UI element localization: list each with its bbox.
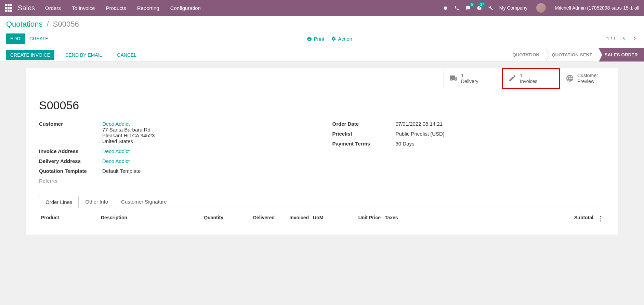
stat-button-invoices[interactable]: 1 Invoices [502, 68, 560, 89]
col-unit-price: Unit Price [345, 215, 383, 222]
truck-icon [449, 74, 458, 83]
avatar[interactable] [536, 3, 546, 13]
stat-button-preview[interactable]: Customer Preview [560, 68, 618, 89]
bug-icon[interactable] [443, 5, 448, 11]
tools-icon[interactable] [488, 5, 493, 11]
control-bar: EDIT CREATE Print Action 1 / 1 [0, 31, 644, 48]
order-lines-table: Product Description Quantity Delivered I… [39, 212, 605, 225]
customer-addr3: United States [102, 138, 312, 144]
col-product: Product [39, 215, 99, 222]
create-invoice-button[interactable]: CREATE INVOICE [6, 50, 54, 60]
pricelist-value: Public Pricelist (USD) [396, 131, 605, 137]
status-quotation[interactable]: QUOTATION [506, 48, 546, 61]
tabs: Order Lines Other Info Customer Signatur… [39, 195, 605, 208]
label-quotation-template: Quotation Template [39, 168, 102, 174]
payment-terms-value: 30 Days [396, 141, 605, 147]
tab-customer-signature[interactable]: Customer Signature [115, 195, 173, 208]
label-customer: Customer [39, 121, 102, 144]
chevron-right-icon [632, 35, 638, 41]
pager-value[interactable]: 1 / 1 [607, 36, 616, 41]
menu-reporting[interactable]: Reporting [137, 5, 159, 11]
col-invoiced: Invoiced [277, 215, 311, 222]
app-brand[interactable]: Sales [18, 4, 35, 12]
menu-products[interactable]: Products [106, 5, 126, 11]
pager-prev[interactable] [621, 35, 627, 42]
status-bar: QUOTATION QUOTATION SENT SALES ORDER [141, 48, 644, 61]
invoice-address-link[interactable]: Deco Addict [102, 148, 130, 154]
invoices-label: Invoices [520, 79, 537, 84]
top-navbar: Sales Orders To Invoice Products Reporti… [0, 0, 644, 16]
pencil-square-icon [508, 74, 516, 83]
status-quotation-sent[interactable]: QUOTATION SENT [546, 48, 599, 61]
customer-addr2: Pleasant Hill CA 94523 [102, 133, 312, 138]
breadcrumb-sep: / [47, 20, 49, 28]
action-bar: CREATE INVOICE SEND BY EMAIL CANCEL QUOT… [0, 48, 644, 62]
company-switcher[interactable]: My Company [499, 5, 527, 11]
delivery-label: Delivery [461, 79, 478, 84]
gear-icon [331, 36, 336, 41]
user-menu[interactable]: Mitchell Admin (17052098-saas-15-1-all [555, 5, 639, 11]
stat-buttons: 1 Delivery 1 Invoices Customer [26, 68, 618, 89]
order-date-value: 07/01/2022 08:14:21 [396, 121, 605, 127]
label-order-date: Order Date [332, 121, 396, 127]
col-description: Description [99, 215, 188, 222]
create-button[interactable]: CREATE [25, 33, 53, 44]
record-title: S00056 [39, 99, 605, 112]
systray: 5 37 My Company Mitchell Admin (17052098… [443, 3, 639, 13]
delivery-count: 1 [461, 73, 478, 79]
preview-line2: Preview [577, 79, 598, 84]
col-delivered: Delivered [225, 215, 277, 222]
menu-orders[interactable]: Orders [45, 5, 61, 11]
stat-button-delivery[interactable]: 1 Delivery [444, 68, 502, 89]
print-label: Print [314, 36, 324, 42]
col-quantity: Quantity [188, 215, 225, 222]
quotation-template-value: Default Template [102, 168, 312, 174]
menu-configuration[interactable]: Configuration [170, 5, 201, 11]
col-subtotal: Subtotal [441, 215, 595, 222]
breadcrumb-current: S00056 [53, 20, 79, 28]
cancel-button[interactable]: CANCEL [113, 50, 141, 60]
label-invoice-address: Invoice Address [39, 148, 102, 154]
breadcrumb: Quotations / S00056 [6, 20, 79, 29]
table-header: Product Description Quantity Delivered I… [39, 212, 605, 225]
globe-icon [566, 74, 574, 83]
chevron-left-icon [621, 35, 627, 41]
delivery-address-link[interactable]: Deco Addict [102, 158, 130, 164]
customer-addr1: 77 Santa Barbara Rd [102, 127, 312, 133]
label-payment-terms: Payment Terms [332, 141, 396, 147]
chat-icon[interactable]: 5 [465, 5, 471, 11]
edit-button[interactable]: EDIT [6, 33, 25, 44]
print-button[interactable]: Print [307, 36, 324, 42]
pager-next[interactable] [632, 35, 638, 42]
pager: 1 / 1 [607, 35, 638, 42]
referrer-value [102, 178, 312, 184]
action-button[interactable]: Action [331, 36, 352, 42]
preview-line1: Customer [577, 73, 598, 79]
apps-icon[interactable] [5, 4, 12, 12]
phone-icon[interactable] [454, 5, 459, 11]
status-sales-order[interactable]: SALES ORDER [599, 48, 644, 61]
clock-badge: 37 [478, 2, 486, 7]
action-label: Action [338, 36, 352, 42]
send-email-button[interactable]: SEND BY EMAIL [61, 50, 106, 60]
clock-icon[interactable]: 37 [477, 5, 482, 11]
chat-badge: 5 [469, 2, 475, 7]
tab-order-lines[interactable]: Order Lines [39, 196, 79, 208]
print-icon [307, 36, 312, 41]
label-delivery-address: Delivery Address [39, 158, 102, 164]
label-pricelist: Pricelist [332, 131, 396, 137]
label-referrer: Referrer [39, 178, 102, 184]
customer-link[interactable]: Deco Addict [102, 121, 130, 127]
main-menu: Orders To Invoice Products Reporting Con… [45, 5, 201, 11]
col-uom: UoM [311, 215, 345, 222]
breadcrumb-parent[interactable]: Quotations [6, 20, 42, 28]
tab-other-info[interactable]: Other Info [79, 195, 115, 208]
form-sheet: 1 Delivery 1 Invoices Customer [26, 68, 618, 235]
breadcrumb-row: Quotations / S00056 [0, 16, 644, 31]
menu-to-invoice[interactable]: To Invoice [72, 5, 95, 11]
invoices-count: 1 [520, 73, 537, 79]
column-options-icon[interactable]: ⋮ [597, 215, 604, 222]
col-taxes: Taxes [383, 215, 441, 222]
